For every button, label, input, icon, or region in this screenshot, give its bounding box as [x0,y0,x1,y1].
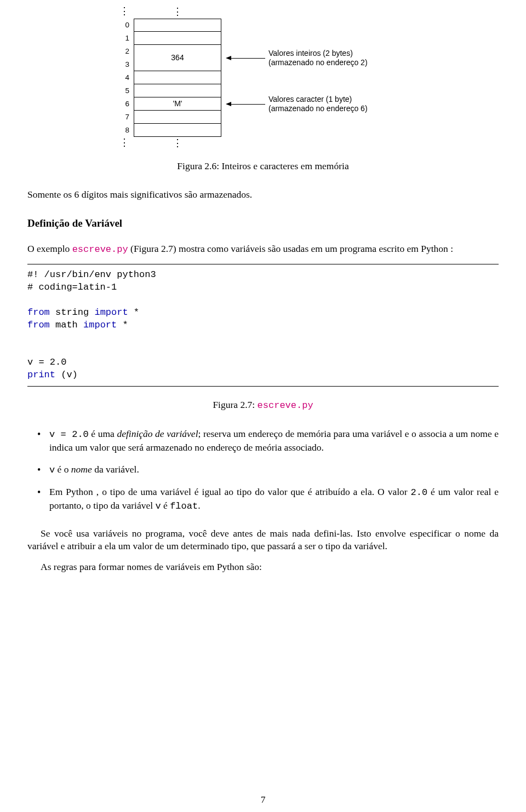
mem-index: 1 [110,33,134,43]
code-line: # coding=latin-1 [27,281,499,294]
vdots-icon: ⋮ [173,6,182,17]
mem-cell [134,71,221,84]
mem-cell-value: 364 [171,53,184,63]
annotation-line: (armazenado no endereço 2) [268,58,368,67]
arrow-annotation: Valores caracter (1 byte) (armazenado no… [227,95,368,113]
mem-index: 4 [110,73,134,83]
mem-cell [134,32,221,45]
mem-index: 6 [110,99,134,109]
mem-cell [134,19,221,32]
vdots-icon: ⋮ [119,5,129,16]
arrow-annotation: Valores inteiros (2 bytes) (armazenado n… [227,49,368,67]
annotation-line: Valores inteiros (2 bytes) [268,49,368,58]
code-line: print (v) [27,369,499,382]
code-blank [27,294,499,307]
bullet-list: v = 2.0 é uma definição de variável; res… [27,428,499,512]
mem-cell-int: 364 [134,45,221,71]
code-line: #! /usr/bin/env python3 [27,269,499,281]
code-blank [27,332,499,344]
paragraph: Se você usa variáveis no programa, você … [27,527,499,553]
code-line: from string import * [27,307,499,319]
vdots-icon: ⋮ [119,137,129,148]
figure-caption-26: Figura 2.6: Inteiros e caracteres em mem… [27,160,499,173]
mem-index: 2 [110,47,134,56]
mem-cell-value: 'M' [173,99,182,109]
annotation-line: Valores caracter (1 byte) [268,95,368,104]
list-item: Em Python , o tipo de uma variável é igu… [49,486,499,513]
list-item: v = 2.0 é uma definição de variável; res… [49,428,499,454]
mem-index: 8 [110,125,134,135]
annotation-line: (armazenado no endereço 6) [268,104,368,113]
code-listing: #! /usr/bin/env python3 # coding=latin-1… [27,269,499,382]
code-line: v = 2.0 [27,356,499,369]
filename-link[interactable]: escreve.py [72,244,128,255]
mem-index: 3 [110,60,134,70]
code-rule-top [27,264,499,264]
paragraph: O exemplo escreve.py (Figura 2.7) mostra… [27,243,499,256]
code-blank [27,344,499,356]
filename-link[interactable]: escreve.py [258,400,313,411]
mem-index: 5 [110,86,134,96]
figure-caption-27: Figura 2.7: escreve.py [27,399,499,412]
paragraph: Somente os 6 dígitos mais significativos… [27,188,499,201]
code-line: from math import * [27,319,499,332]
paragraph: As regras para formar nomes de variáveis… [27,561,499,574]
mem-cell [134,84,221,97]
memory-diagram: ⋮ ⋮ 0 1 2 3 364 Valores inteiros (2 byte… [110,5,499,150]
code-rule-bottom [27,386,499,387]
mem-cell [134,124,221,137]
page-number: 7 [0,793,526,807]
mem-index: 7 [110,112,134,122]
mem-cell [134,111,221,124]
vdots-icon: ⋮ [173,137,182,148]
list-item: v é o nome da variável. [49,463,499,477]
mem-cell-char: 'M' [134,97,221,111]
mem-index: 0 [110,20,134,30]
section-heading: Definição de Variável [27,216,499,231]
